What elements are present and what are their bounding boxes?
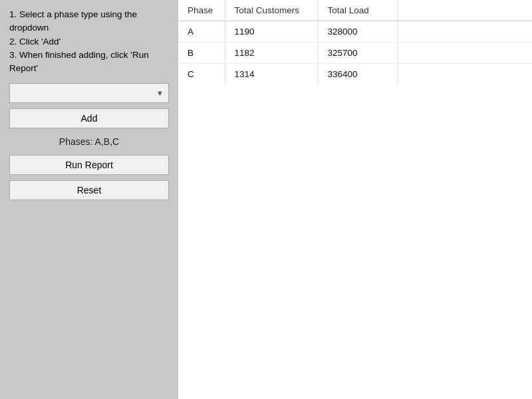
instruction-line-3: 3. When finished adding, click 'Run Repo… [9, 50, 149, 73]
phases-label: Phases: A,B,C [9, 134, 169, 150]
sidebar: 1. Select a phase type using the dropdow… [0, 0, 178, 399]
cell-extra [398, 43, 532, 64]
column-header-phase: Phase [178, 0, 225, 21]
table-row: C1314336400 [178, 64, 532, 85]
table-row: A1190328000 [178, 21, 532, 43]
cell-phase: A [178, 21, 225, 43]
reset-button[interactable]: Reset [9, 180, 169, 200]
phase-dropdown[interactable]: A B C [9, 83, 169, 103]
add-button[interactable]: Add [9, 108, 169, 128]
cell-phase: B [178, 43, 225, 64]
cell-total-load: 328000 [318, 21, 398, 43]
cell-total-customers: 1182 [225, 43, 318, 64]
main-content: Phase Total Customers Total Load A119032… [178, 0, 532, 399]
cell-total-customers: 1314 [225, 64, 318, 85]
report-table: Phase Total Customers Total Load A119032… [178, 0, 532, 84]
cell-extra [398, 21, 532, 43]
instruction-line-2: 2. Click 'Add' [9, 37, 61, 47]
cell-total-load: 336400 [318, 64, 398, 85]
instructions-text: 1. Select a phase type using the dropdow… [9, 8, 169, 75]
column-header-customers: Total Customers [225, 0, 318, 21]
cell-total-load: 325700 [318, 43, 398, 64]
cell-total-customers: 1190 [225, 21, 318, 43]
table-row: B1182325700 [178, 43, 532, 64]
phase-dropdown-wrapper: A B C ▼ [9, 83, 169, 103]
column-header-extra [398, 0, 532, 21]
cell-extra [398, 64, 532, 85]
column-header-load: Total Load [318, 0, 398, 21]
cell-phase: C [178, 64, 225, 85]
table-header-row: Phase Total Customers Total Load [178, 0, 532, 21]
run-report-button[interactable]: Run Report [9, 155, 169, 175]
instruction-line-1: 1. Select a phase type using the dropdow… [9, 9, 137, 33]
